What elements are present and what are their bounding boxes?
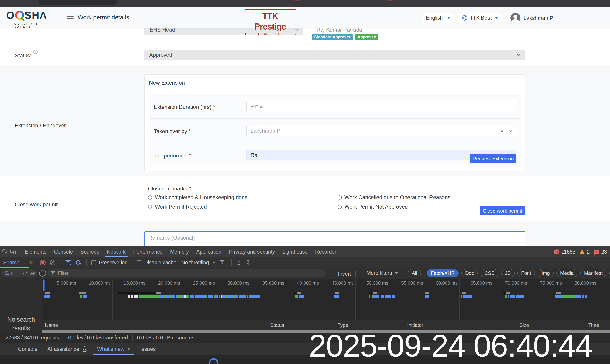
language-select[interactable]: English — [422, 13, 454, 23]
clear-icon[interactable]: × — [501, 127, 504, 134]
waterfall-segment — [80, 295, 82, 298]
status-badge: Standard Approver — [312, 34, 353, 40]
avatar[interactable] — [510, 13, 520, 23]
drawer-tab-ai-assistance[interactable]: AI assistance — [42, 343, 92, 355]
match-case-toggle[interactable]: Aa — [30, 271, 35, 276]
devtools-tab-console[interactable]: Console — [50, 247, 77, 257]
waterfall-segment — [466, 295, 469, 298]
menu-icon[interactable] — [67, 15, 74, 21]
devtools-tab-memory[interactable]: Memory — [166, 247, 193, 257]
request-extension-button[interactable]: Request Extension — [470, 154, 516, 164]
status-row: Status* ? Approved — [0, 43, 610, 65]
timeline-tick-label: 55,000 ms — [387, 280, 423, 286]
devtools-tab-lighthouse[interactable]: Lighthouse — [279, 247, 311, 257]
inspect-icon[interactable] — [2, 248, 9, 255]
chip-css[interactable]: CSS — [481, 269, 498, 277]
radio-icon[interactable] — [148, 195, 152, 200]
network-filter-input[interactable]: Filter — [47, 269, 325, 277]
waterfall-segment — [334, 295, 339, 298]
waterfall-segment — [558, 295, 561, 298]
waterfall-segment — [371, 295, 371, 298]
close-work-permit-button[interactable]: Close work permit — [480, 206, 525, 215]
devtools-tab-recorder[interactable]: Recorder — [311, 247, 340, 257]
status-select[interactable]: Approved — [144, 50, 525, 60]
search-icon[interactable] — [76, 260, 81, 265]
waterfall-segment — [521, 295, 524, 298]
waterfall-segment — [215, 295, 218, 298]
closure-radio-option[interactable]: Work completed & Housekeeping done — [148, 194, 338, 200]
browser-chrome-strip — [0, 0, 610, 7]
close-icon[interactable]: × — [127, 346, 130, 352]
device-toolbar-icon[interactable] — [10, 248, 16, 255]
waterfall-segment — [506, 291, 510, 294]
refresh-icon[interactable] — [39, 270, 46, 277]
warning-icon — [579, 250, 585, 254]
approver-badges: Standard ApproverApproved — [312, 34, 378, 40]
extension-duration-input[interactable]: Ex: 4 — [246, 101, 516, 112]
work-permit-app: OSHΛ QUALITY & SAFETY Work permit detail… — [0, 7, 610, 246]
radio-icon[interactable] — [338, 195, 342, 200]
close-icon[interactable]: × — [30, 260, 33, 266]
disable-cache-checkbox[interactable] — [137, 260, 141, 265]
timeline-tick-label: 15,000 ms — [110, 280, 146, 286]
search-tab[interactable]: Search × — [0, 257, 35, 268]
preserve-log-checkbox[interactable] — [92, 260, 96, 265]
network-conditions-icon[interactable] — [219, 260, 225, 265]
regex-toggle[interactable]: (.*) — [23, 271, 28, 276]
waterfall-segment — [295, 295, 298, 298]
ttk-prestige-logo: TTK Prestige LIMITED — [244, 9, 296, 36]
waterfall-segment — [170, 295, 172, 298]
waterfall-segment — [228, 295, 231, 298]
chip-media[interactable]: Media — [557, 269, 577, 277]
chip-js[interactable]: JS — [501, 269, 515, 277]
devtools-tab-privacy-and-security[interactable]: Privacy and security — [225, 247, 279, 257]
extension-handover-section: Extension / Handover New Extension Exten… — [0, 65, 610, 176]
closure-radio-option[interactable]: Work Permit Rejected — [148, 204, 338, 210]
waterfall-segment — [369, 295, 370, 298]
radio-icon[interactable] — [338, 205, 342, 209]
chip-doc[interactable]: Doc — [461, 269, 478, 277]
waterfall-segment — [234, 295, 235, 298]
devtools-tab-sources[interactable]: Sources — [77, 247, 103, 257]
waterfall-segment — [243, 295, 246, 298]
export-har-icon[interactable]: ↧ — [246, 260, 251, 265]
chip-manifest[interactable]: Manifest — [580, 269, 606, 277]
network-timeline[interactable]: 5,000 ms10,000 ms15,000 ms20,000 ms25,00… — [42, 279, 610, 320]
remarks-textarea[interactable]: Remarks (Optional) — [144, 231, 525, 246]
chip-all[interactable]: All — [408, 269, 421, 277]
waterfall-segment — [166, 295, 170, 298]
devtools-tab-application[interactable]: Application — [193, 247, 225, 257]
record-icon[interactable] — [40, 260, 45, 265]
more-filters-button[interactable]: More filters — [367, 270, 398, 276]
chip-img[interactable]: Img — [538, 269, 554, 277]
waterfall-segment — [508, 295, 509, 298]
chip-font[interactable]: Font — [517, 269, 535, 277]
waterfall-segment — [580, 295, 581, 298]
workspace-select[interactable]: TTK Beta — [458, 13, 502, 23]
drawer-tab-issues[interactable]: Issues — [135, 343, 160, 355]
closure-radio-option[interactable]: Work Cancelled due to Operational Reason… — [338, 194, 451, 200]
devtools-tab-network[interactable]: Network — [103, 247, 129, 257]
help-icon[interactable]: ? — [33, 50, 38, 54]
column-header-name[interactable]: Name — [42, 320, 267, 330]
search-panel-input[interactable]: F (.*) Aa — [2, 269, 38, 277]
taken-over-by-select[interactable]: Lakshman P × — [246, 126, 516, 136]
closure-radio-option[interactable]: Work Permit Not Approved — [338, 204, 451, 210]
filter-toggle-icon[interactable] — [65, 260, 71, 265]
import-har-icon[interactable]: ↥ — [237, 260, 241, 265]
drawer-tab-what-s-new[interactable]: What's new× — [92, 343, 135, 355]
throttling-select[interactable]: No throttling — [181, 260, 216, 266]
devtools-tabbar: ElementsConsoleSourcesNetworkPerformance… — [0, 247, 610, 257]
waterfall-segment — [372, 295, 373, 298]
kebab-menu-icon[interactable]: ⋮ — [0, 346, 13, 353]
drawer-tab-console[interactable]: Console — [13, 343, 42, 355]
chip-fetch-xhr[interactable]: Fetch/XHR — [427, 269, 459, 277]
invert-checkbox[interactable] — [331, 272, 335, 276]
clear-icon[interactable] — [50, 260, 55, 265]
devtools-counters[interactable]: × 11853 2 × 23 — [554, 249, 610, 255]
radio-icon[interactable] — [148, 205, 152, 209]
devtools-tab-elements[interactable]: Elements — [21, 247, 50, 257]
devtools-tab-performance[interactable]: Performance — [129, 247, 166, 257]
request-type-chips: AllFetch/XHRDocCSSJSFontImgMediaManifest… — [408, 269, 610, 277]
top-cutoff-row: EHS Head Raj Kumar Patruda Standard Appr… — [0, 28, 610, 43]
